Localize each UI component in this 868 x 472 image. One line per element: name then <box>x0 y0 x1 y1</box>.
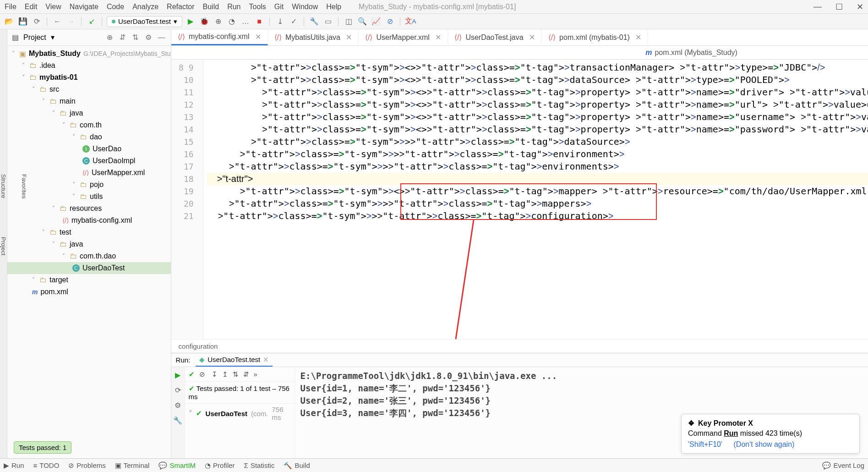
close-icon[interactable]: ✕ <box>635 33 641 42</box>
editor-tab[interactable]: ⟨/⟩MybatisUtils.java✕ <box>268 29 359 45</box>
menu-code[interactable]: Code <box>107 3 124 11</box>
menu-file[interactable]: File <box>5 3 16 11</box>
editor-tab[interactable]: ⟨/⟩pom.xml (mybatis-01)✕ <box>542 29 648 45</box>
collapse-icon[interactable]: ⇵ <box>120 33 128 42</box>
menu-window[interactable]: Window <box>292 3 318 11</box>
settings-icon[interactable]: ⚙ <box>175 401 181 410</box>
git-pull-icon[interactable]: ⤓ <box>274 16 285 27</box>
tree-item[interactable]: IUserDao <box>7 143 171 155</box>
tree-item[interactable]: ˅🗀pojo <box>7 179 171 191</box>
editor-tab[interactable]: ⟨/⟩UserDaoTest.java✕ <box>448 29 542 45</box>
build-icon[interactable]: ↙ <box>86 16 97 27</box>
tree-item[interactable]: ˅🗀dao <box>7 131 171 143</box>
wrench-icon[interactable]: 🔧 <box>173 416 182 425</box>
status-statistic[interactable]: Σ Statistic <box>244 461 275 469</box>
square-icon[interactable]: ◫ <box>343 16 354 27</box>
status-profiler[interactable]: ◔ Profiler <box>205 461 235 470</box>
tree-item[interactable]: ⟨/⟩UserMapper.xml <box>7 167 171 179</box>
close-icon[interactable]: ✕ <box>263 356 269 364</box>
tree-item[interactable]: ˅🗀mybatis-01 <box>7 71 171 83</box>
menu-git[interactable]: Git <box>274 3 284 11</box>
status-terminal[interactable]: ▣ Terminal <box>115 461 150 470</box>
minimize-button[interactable]: — <box>813 2 822 12</box>
notif-shortcut-link[interactable]: 'Shift+F10' <box>688 440 722 448</box>
tree-item[interactable]: ˅🗀resources <box>7 203 171 214</box>
save-icon[interactable]: 💾 <box>17 16 28 27</box>
menu-run[interactable]: Run <box>227 3 240 11</box>
expand-icon[interactable]: ⇅ <box>132 33 141 42</box>
back-icon[interactable]: ← <box>52 16 63 27</box>
project-structure-icon[interactable]: ▭ <box>322 16 333 27</box>
menu-tools[interactable]: Tools <box>249 3 266 11</box>
editor-tab[interactable]: ⟨/⟩mybatis-config.xml✕ <box>171 29 268 45</box>
tree-item[interactable]: ˅🗀src <box>7 83 171 95</box>
tool-structure[interactable]: Structure <box>0 174 7 198</box>
coverage-icon[interactable]: ⊕ <box>213 16 224 27</box>
run-tab-label[interactable]: UserDaoTest.test <box>207 356 260 363</box>
tree-item[interactable]: CUserDaoImpl <box>7 155 171 167</box>
prohibit-icon[interactable]: ⊘ <box>199 370 205 379</box>
menu-build[interactable]: Build <box>203 3 219 11</box>
menu-refactor[interactable]: Refactor <box>167 3 194 11</box>
debug-icon[interactable]: 🐞 <box>199 16 210 27</box>
tree-item[interactable]: ˅🗀com.th.dao <box>7 250 171 262</box>
toggle-icon[interactable]: ⟳ <box>175 386 181 395</box>
chart-icon[interactable]: 📈 <box>371 16 382 27</box>
check-icon[interactable]: ✔ <box>189 370 195 379</box>
breadcrumb[interactable]: configuration <box>179 342 218 350</box>
tree-item[interactable]: ˅🗀java <box>7 107 171 119</box>
close-icon[interactable]: ✕ <box>529 33 535 42</box>
maximize-button[interactable]: ☐ <box>835 2 843 12</box>
editor-tab[interactable]: ⟨/⟩UserMapper.xml✕ <box>359 29 448 45</box>
tool-project[interactable]: Project <box>0 237 7 255</box>
test-row[interactable]: ˅ ✔ UserDaoTest (com. 756 ms <box>185 404 295 423</box>
tree-item[interactable]: CUserDaoTest <box>7 262 171 274</box>
tree-item[interactable]: ˅🗀test <box>7 226 171 238</box>
tree-item[interactable]: ⟨/⟩mybatis-config.xml <box>7 214 171 226</box>
reload-icon[interactable]: ⟳ <box>31 16 42 27</box>
prohibit-icon[interactable]: ⊘ <box>384 16 395 27</box>
rerun-icon[interactable]: ▶ <box>175 371 180 379</box>
attach-icon[interactable]: … <box>240 16 251 27</box>
menu-view[interactable]: View <box>45 3 61 11</box>
tree-item[interactable]: ˅🗀main <box>7 95 171 107</box>
git-commit-icon[interactable]: ✓ <box>288 16 299 27</box>
profile-icon[interactable]: ◔ <box>226 16 237 27</box>
tree-item[interactable]: ˅🗀utils <box>7 191 171 203</box>
status-build[interactable]: 🔨 Build <box>284 461 310 470</box>
tree-root[interactable]: ˅▣Mybatis_StudyG:\IDEA_Projects\Mybatis_… <box>7 48 171 60</box>
stop-icon[interactable]: ■ <box>254 16 265 27</box>
code-content[interactable]: >"t-attr">>class>=>"t-sym">><>>"t-attr">… <box>203 60 868 339</box>
tool-favorites[interactable]: Favorites <box>21 174 27 198</box>
status-smartim[interactable]: 💬 SmartIM <box>158 461 196 470</box>
open-icon[interactable]: 📂 <box>4 16 15 27</box>
tree-item[interactable]: ˅🗀.idea <box>7 60 171 71</box>
translate-icon[interactable]: 文A <box>405 16 416 27</box>
gear-icon[interactable]: ⚙ <box>145 33 153 42</box>
run-icon[interactable]: ▶ <box>185 16 196 27</box>
search-icon[interactable]: 🔍 <box>357 16 368 27</box>
menu-help[interactable]: Help <box>326 3 341 11</box>
tree-item[interactable]: ˅🗀com.th <box>7 119 171 131</box>
forward-icon[interactable]: → <box>66 16 76 27</box>
close-icon[interactable]: ✕ <box>255 33 261 41</box>
tree-item[interactable]: mpom.xml <box>7 286 171 298</box>
status-run[interactable]: ▶ Run <box>4 461 24 470</box>
notif-dismiss-link[interactable]: (Don't show again) <box>734 440 795 448</box>
menu-navigate[interactable]: Navigate <box>70 3 98 11</box>
close-icon[interactable]: ✕ <box>435 33 441 42</box>
menu-edit[interactable]: Edit <box>25 3 38 11</box>
target-icon[interactable]: ⊕ <box>107 33 115 42</box>
close-button[interactable]: ✕ <box>857 2 863 12</box>
close-icon[interactable]: ✕ <box>346 33 352 42</box>
wrench-icon[interactable]: 🔧 <box>309 16 320 27</box>
menu-analyze[interactable]: Analyze <box>132 3 158 11</box>
status-problems[interactable]: ⊘ Problems <box>68 461 105 470</box>
chevron-down-icon[interactable]: ▾ <box>51 33 55 42</box>
code-area[interactable]: 8 9 10 11 12 13 14 15 16 17 18 19 20 21 … <box>171 60 868 339</box>
status-todo[interactable]: ≡ TODO <box>33 461 60 469</box>
tree-item[interactable]: ˅🗀java <box>7 238 171 250</box>
run-config-selector[interactable]: UserDaoTest.test ▾ <box>107 16 182 27</box>
hide-icon[interactable]: — <box>158 33 166 42</box>
tree-item[interactable]: ˅🗀target <box>7 274 171 286</box>
